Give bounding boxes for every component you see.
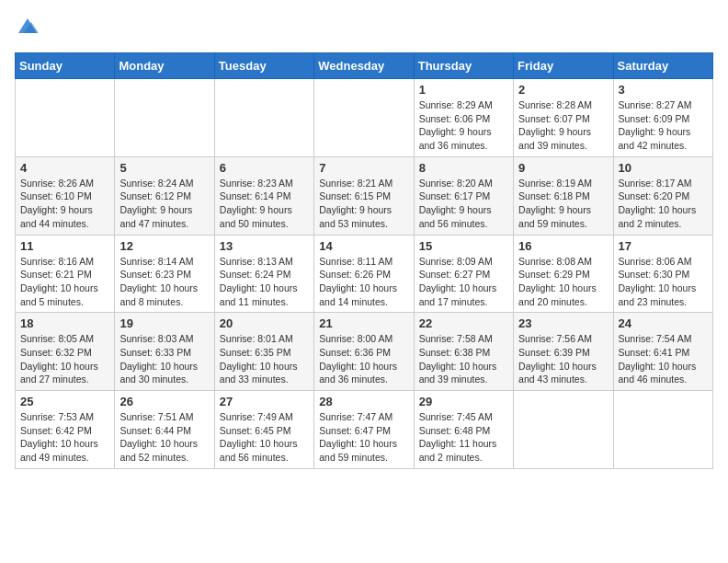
calendar-table: SundayMondayTuesdayWednesdayThursdayFrid…	[15, 52, 713, 469]
day-info: Sunrise: 8:28 AM Sunset: 6:07 PM Dayligh…	[518, 98, 608, 153]
day-number: 29	[419, 395, 508, 408]
calendar-cell: 22Sunrise: 7:58 AM Sunset: 6:38 PM Dayli…	[414, 313, 513, 391]
calendar-cell: 21Sunrise: 8:00 AM Sunset: 6:36 PM Dayli…	[314, 313, 414, 391]
day-number: 24	[619, 316, 708, 330]
calendar-cell: 1Sunrise: 8:29 AM Sunset: 6:06 PM Daylig…	[414, 79, 513, 157]
calendar-cell: 2Sunrise: 8:28 AM Sunset: 6:07 PM Daylig…	[514, 79, 613, 157]
day-number: 1	[419, 83, 508, 97]
day-number: 7	[319, 161, 408, 175]
day-number: 19	[119, 316, 209, 330]
weekday-header-tuesday: Tuesday	[214, 53, 313, 79]
day-number: 27	[220, 395, 309, 408]
calendar-cell: 24Sunrise: 7:54 AM Sunset: 6:41 PM Dayli…	[613, 313, 712, 391]
day-info: Sunrise: 8:26 AM Sunset: 6:10 PM Dayligh…	[20, 177, 109, 231]
day-info: Sunrise: 8:20 AM Sunset: 6:17 PM Dayligh…	[419, 177, 508, 231]
day-info: Sunrise: 8:21 AM Sunset: 6:15 PM Dayligh…	[319, 177, 408, 231]
calendar-cell	[613, 391, 712, 469]
weekday-header-friday: Friday	[514, 53, 613, 79]
day-number: 13	[220, 239, 309, 253]
day-number: 12	[119, 239, 209, 253]
day-info: Sunrise: 7:58 AM Sunset: 6:38 PM Dayligh…	[419, 332, 508, 386]
calendar-week-row: 4Sunrise: 8:26 AM Sunset: 6:10 PM Daylig…	[16, 156, 713, 235]
weekday-header-row: SundayMondayTuesdayWednesdayThursdayFrid…	[16, 53, 713, 79]
day-number: 16	[518, 239, 608, 253]
day-info: Sunrise: 7:51 AM Sunset: 6:44 PM Dayligh…	[119, 410, 209, 465]
calendar-week-row: 18Sunrise: 8:05 AM Sunset: 6:32 PM Dayli…	[16, 313, 713, 391]
day-info: Sunrise: 8:16 AM Sunset: 6:21 PM Dayligh…	[20, 255, 109, 309]
day-info: Sunrise: 7:54 AM Sunset: 6:41 PM Dayligh…	[619, 332, 708, 386]
calendar-cell	[514, 391, 613, 469]
day-info: Sunrise: 8:29 AM Sunset: 6:06 PM Dayligh…	[419, 98, 508, 153]
logo-icon	[17, 15, 39, 37]
calendar-cell: 12Sunrise: 8:14 AM Sunset: 6:23 PM Dayli…	[115, 235, 214, 313]
day-number: 9	[518, 161, 608, 175]
day-info: Sunrise: 8:00 AM Sunset: 6:36 PM Dayligh…	[319, 332, 408, 386]
calendar-cell: 5Sunrise: 8:24 AM Sunset: 6:12 PM Daylig…	[115, 156, 214, 235]
calendar-cell: 19Sunrise: 8:03 AM Sunset: 6:33 PM Dayli…	[115, 313, 214, 391]
calendar-cell: 14Sunrise: 8:11 AM Sunset: 6:26 PM Dayli…	[314, 235, 414, 313]
calendar-cell: 9Sunrise: 8:19 AM Sunset: 6:18 PM Daylig…	[514, 156, 613, 235]
day-info: Sunrise: 8:08 AM Sunset: 6:29 PM Dayligh…	[518, 255, 608, 309]
calendar-cell: 6Sunrise: 8:23 AM Sunset: 6:14 PM Daylig…	[214, 156, 313, 235]
day-number: 23	[518, 316, 608, 330]
calendar-week-row: 1Sunrise: 8:29 AM Sunset: 6:06 PM Daylig…	[16, 79, 713, 157]
day-number: 5	[119, 161, 209, 175]
calendar-cell: 28Sunrise: 7:47 AM Sunset: 6:47 PM Dayli…	[314, 391, 414, 469]
day-info: Sunrise: 7:47 AM Sunset: 6:47 PM Dayligh…	[319, 410, 408, 465]
calendar-cell: 23Sunrise: 7:56 AM Sunset: 6:39 PM Dayli…	[514, 313, 613, 391]
page-header	[15, 15, 713, 41]
day-info: Sunrise: 8:27 AM Sunset: 6:09 PM Dayligh…	[619, 98, 708, 153]
calendar-cell: 4Sunrise: 8:26 AM Sunset: 6:10 PM Daylig…	[16, 156, 115, 235]
day-info: Sunrise: 8:01 AM Sunset: 6:35 PM Dayligh…	[220, 332, 309, 386]
day-number: 28	[319, 395, 408, 408]
calendar-cell	[214, 79, 313, 157]
calendar-cell: 16Sunrise: 8:08 AM Sunset: 6:29 PM Dayli…	[514, 235, 613, 313]
day-info: Sunrise: 8:09 AM Sunset: 6:27 PM Dayligh…	[419, 255, 508, 309]
weekday-header-sunday: Sunday	[16, 53, 115, 79]
logo-text	[15, 15, 39, 41]
day-info: Sunrise: 8:23 AM Sunset: 6:14 PM Dayligh…	[220, 177, 309, 231]
day-number: 25	[20, 395, 109, 408]
day-number: 11	[20, 239, 109, 253]
day-number: 2	[518, 83, 608, 97]
day-info: Sunrise: 8:11 AM Sunset: 6:26 PM Dayligh…	[319, 255, 408, 309]
calendar-cell: 17Sunrise: 8:06 AM Sunset: 6:30 PM Dayli…	[613, 235, 712, 313]
day-info: Sunrise: 8:13 AM Sunset: 6:24 PM Dayligh…	[220, 255, 309, 309]
calendar-cell: 20Sunrise: 8:01 AM Sunset: 6:35 PM Dayli…	[214, 313, 313, 391]
calendar-cell: 13Sunrise: 8:13 AM Sunset: 6:24 PM Dayli…	[214, 235, 313, 313]
day-info: Sunrise: 7:53 AM Sunset: 6:42 PM Dayligh…	[20, 410, 109, 465]
calendar-cell: 25Sunrise: 7:53 AM Sunset: 6:42 PM Dayli…	[16, 391, 115, 469]
calendar-cell	[314, 79, 414, 157]
logo	[15, 15, 39, 41]
day-number: 17	[619, 239, 708, 253]
weekday-header-thursday: Thursday	[414, 53, 513, 79]
calendar-week-row: 11Sunrise: 8:16 AM Sunset: 6:21 PM Dayli…	[16, 235, 713, 313]
day-info: Sunrise: 7:49 AM Sunset: 6:45 PM Dayligh…	[220, 410, 309, 465]
calendar-cell: 7Sunrise: 8:21 AM Sunset: 6:15 PM Daylig…	[314, 156, 414, 235]
day-info: Sunrise: 8:19 AM Sunset: 6:18 PM Dayligh…	[518, 177, 608, 231]
day-number: 22	[419, 316, 508, 330]
weekday-header-saturday: Saturday	[613, 53, 712, 79]
day-number: 18	[20, 316, 109, 330]
calendar-cell: 26Sunrise: 7:51 AM Sunset: 6:44 PM Dayli…	[115, 391, 214, 469]
calendar-cell: 18Sunrise: 8:05 AM Sunset: 6:32 PM Dayli…	[16, 313, 115, 391]
calendar-cell: 15Sunrise: 8:09 AM Sunset: 6:27 PM Dayli…	[414, 235, 513, 313]
calendar-cell: 10Sunrise: 8:17 AM Sunset: 6:20 PM Dayli…	[613, 156, 712, 235]
day-number: 21	[319, 316, 408, 330]
calendar-cell: 8Sunrise: 8:20 AM Sunset: 6:17 PM Daylig…	[414, 156, 513, 235]
calendar-cell: 3Sunrise: 8:27 AM Sunset: 6:09 PM Daylig…	[613, 79, 712, 157]
calendar-cell	[115, 79, 214, 157]
day-info: Sunrise: 8:24 AM Sunset: 6:12 PM Dayligh…	[119, 177, 209, 231]
day-info: Sunrise: 8:03 AM Sunset: 6:33 PM Dayligh…	[119, 332, 209, 386]
day-number: 4	[20, 161, 109, 175]
day-number: 3	[619, 83, 708, 97]
day-info: Sunrise: 7:45 AM Sunset: 6:48 PM Dayligh…	[419, 410, 508, 465]
calendar-cell: 27Sunrise: 7:49 AM Sunset: 6:45 PM Dayli…	[214, 391, 313, 469]
day-info: Sunrise: 8:06 AM Sunset: 6:30 PM Dayligh…	[619, 255, 708, 309]
day-number: 6	[220, 161, 309, 175]
calendar-cell	[16, 79, 115, 157]
day-number: 8	[419, 161, 508, 175]
calendar-week-row: 25Sunrise: 7:53 AM Sunset: 6:42 PM Dayli…	[16, 391, 713, 469]
calendar-cell: 11Sunrise: 8:16 AM Sunset: 6:21 PM Dayli…	[16, 235, 115, 313]
day-number: 14	[319, 239, 408, 253]
